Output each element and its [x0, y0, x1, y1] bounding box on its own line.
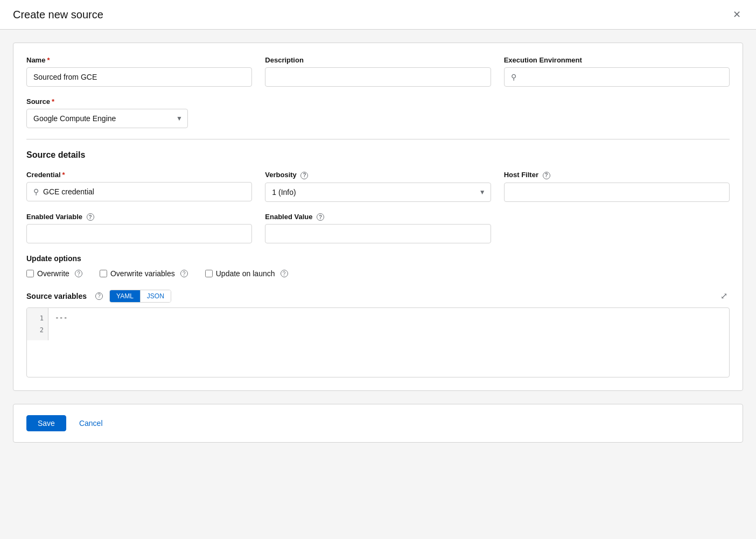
execution-env-search-wrapper[interactable]: ⚲ — [504, 67, 730, 87]
name-input[interactable] — [26, 67, 252, 87]
verbosity-group: Verbosity ? 0 (Warning) 1 (Info) 2 (Debu… — [265, 171, 491, 202]
overwrite-label: Overwrite — [37, 269, 69, 278]
page-header: Create new source ✕ — [0, 0, 756, 30]
update-on-launch-checkbox[interactable] — [205, 270, 213, 277]
enabled-variable-input[interactable] — [26, 224, 252, 243]
name-label: Name* — [26, 56, 252, 64]
update-on-launch-help-icon[interactable]: ? — [281, 270, 288, 277]
overwrite-variables-label: Overwrite variables — [110, 269, 175, 278]
description-label: Description — [265, 56, 491, 64]
verbosity-label: Verbosity ? — [265, 171, 491, 179]
verbosity-select[interactable]: 0 (Warning) 1 (Info) 2 (Debug) 3 (Verbos… — [265, 183, 491, 202]
cancel-button[interactable]: Cancel — [73, 416, 109, 431]
enabled-row: Enabled Variable ? Enabled Value ? — [26, 213, 730, 244]
source-select-wrapper[interactable]: Google Compute Engine Amazon EC2 Azure V… — [26, 109, 188, 128]
source-variables-label: Source variables — [26, 292, 87, 300]
code-content[interactable]: --- — [48, 308, 729, 340]
tab-group: YAML JSON — [109, 290, 171, 303]
overwrite-variables-help-icon[interactable]: ? — [180, 270, 188, 277]
top-fields-row: Name* Description Execution Environment … — [26, 56, 730, 87]
source-variables-left: Source variables ? YAML JSON — [26, 290, 171, 303]
name-required-star: * — [47, 56, 50, 64]
page-wrapper: Create new source ✕ Name* Description Ex… — [0, 0, 756, 539]
host-filter-help-icon[interactable]: ? — [543, 172, 550, 179]
update-on-launch-label: Update on launch — [216, 269, 275, 278]
overwrite-help-icon[interactable]: ? — [75, 270, 82, 277]
overwrite-variables-checkbox[interactable] — [100, 270, 107, 277]
credential-required-star: * — [62, 171, 65, 179]
verbosity-select-wrapper[interactable]: 0 (Warning) 1 (Info) 2 (Debug) 3 (Verbos… — [265, 183, 491, 202]
execution-env-input[interactable] — [521, 73, 723, 81]
page-title: Create new source — [13, 9, 103, 21]
code-editor-body: 1 2 --- — [27, 308, 729, 340]
enabled-value-help-icon[interactable]: ? — [317, 213, 324, 221]
overwrite-variables-checkbox-item[interactable]: Overwrite variables ? — [100, 269, 188, 278]
code-line-1: --- — [55, 312, 723, 323]
source-variables-section: Source variables ? YAML JSON ⤢ 1 2 — [26, 289, 730, 377]
enabled-variable-group: Enabled Variable ? — [26, 213, 252, 244]
description-input[interactable] — [265, 67, 491, 87]
source-required-star: * — [52, 97, 54, 106]
source-group: Source* Google Compute Engine Amazon EC2… — [26, 97, 188, 128]
source-select[interactable]: Google Compute Engine Amazon EC2 Azure V… — [26, 109, 188, 128]
credential-label: Credential* — [26, 171, 252, 179]
execution-env-label: Execution Environment — [504, 56, 730, 64]
source-details-title: Source details — [26, 150, 730, 160]
close-button[interactable]: ✕ — [731, 6, 743, 23]
save-button[interactable]: Save — [26, 415, 66, 431]
overwrite-checkbox-item[interactable]: Overwrite ? — [26, 269, 82, 278]
yaml-tab[interactable]: YAML — [110, 290, 141, 302]
close-icon: ✕ — [733, 9, 741, 20]
code-editor: 1 2 --- — [26, 307, 730, 377]
execution-env-search-icon: ⚲ — [511, 73, 516, 81]
expand-icon: ⤢ — [720, 291, 727, 300]
enabled-value-group: Enabled Value ? — [265, 213, 491, 244]
host-filter-group: Host Filter ? — [504, 171, 730, 202]
overwrite-checkbox[interactable] — [26, 270, 34, 277]
credential-search-wrapper[interactable]: ⚲ — [26, 182, 252, 201]
enabled-value-input[interactable] — [265, 224, 491, 243]
host-filter-label: Host Filter ? — [504, 171, 730, 179]
credential-row: Credential* ⚲ Verbosity ? 0 (Warning) 1 … — [26, 171, 730, 202]
source-label: Source* — [26, 97, 188, 106]
enabled-variable-label: Enabled Variable ? — [26, 213, 252, 221]
source-row: Source* Google Compute Engine Amazon EC2… — [26, 97, 730, 128]
footer-section: Save Cancel — [13, 404, 743, 443]
enabled-variable-help-icon[interactable]: ? — [87, 213, 94, 221]
credential-group: Credential* ⚲ — [26, 171, 252, 202]
update-options-title: Update options — [26, 254, 730, 263]
update-on-launch-checkbox-item[interactable]: Update on launch ? — [205, 269, 288, 278]
checkboxes-row: Overwrite ? Overwrite variables ? Update… — [26, 269, 730, 278]
json-tab[interactable]: JSON — [141, 290, 171, 302]
source-variables-help-icon[interactable]: ? — [95, 292, 103, 300]
credential-input[interactable] — [43, 187, 245, 196]
description-group: Description — [265, 56, 491, 87]
empty-spacer — [504, 213, 730, 244]
source-variables-header: Source variables ? YAML JSON ⤢ — [26, 289, 730, 303]
verbosity-help-icon[interactable]: ? — [300, 172, 308, 179]
line-numbers: 1 2 — [27, 308, 48, 340]
host-filter-input[interactable] — [504, 183, 730, 202]
execution-env-group: Execution Environment ⚲ — [504, 56, 730, 87]
enabled-value-label: Enabled Value ? — [265, 213, 491, 221]
credential-search-icon: ⚲ — [33, 187, 39, 196]
name-group: Name* — [26, 56, 252, 87]
line-number-2: 2 — [27, 324, 48, 336]
line-number-1: 1 — [27, 312, 48, 324]
expand-button[interactable]: ⤢ — [718, 289, 730, 303]
update-options-section: Update options Overwrite ? Overwrite var… — [26, 254, 730, 278]
section-divider — [26, 139, 730, 139]
main-form-container: Name* Description Execution Environment … — [13, 43, 743, 391]
